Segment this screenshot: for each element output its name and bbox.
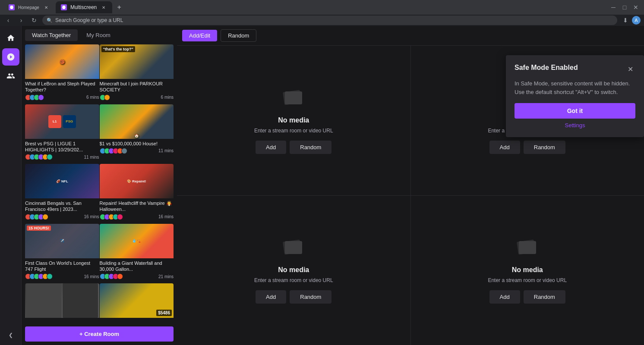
no-media-title-4: No media (512, 266, 543, 274)
video-info: First Class On World's Longest 747 Fligh… (25, 258, 99, 282)
tab-multiscreen[interactable]: Multiscreen ✕ (56, 1, 112, 13)
svg-rect-5 (285, 241, 302, 254)
no-media-subtitle-1: Enter a stream room or video URL (254, 128, 333, 134)
download-icon[interactable]: ⬇ (621, 16, 630, 25)
browser-controls: ‹ › ↻ 🔍 Search Google or type a URL ⬇ A (0, 15, 644, 26)
sidebar-collapse-button[interactable]: ❮ (2, 329, 19, 342)
list-item[interactable]: 🏈 NFL Cincinnati Bengals vs. San Francis… (25, 164, 99, 223)
video-title: Minecraft but I join PARKOUR SOCIETY (100, 81, 174, 93)
back-button[interactable]: ‹ (3, 16, 13, 25)
tab-homepage[interactable]: Homepage ✕ (3, 1, 55, 13)
panel-1-add-button[interactable]: Add (256, 141, 286, 154)
video-meta: 16 mins (25, 214, 99, 220)
viewer-icons (25, 273, 51, 279)
got-it-button[interactable]: Got it (515, 103, 635, 119)
no-media-icon-4 (515, 237, 540, 263)
video-meta: 16 mins (100, 214, 174, 220)
video-price-overlay: $5486 (156, 310, 172, 316)
video-title: Repaint! Heathcliff the Vampire 🧛 Hallow… (100, 200, 174, 213)
forward-button[interactable]: › (16, 16, 26, 25)
settings-link[interactable]: Settings (515, 122, 635, 129)
window-minimize[interactable]: ─ (609, 3, 618, 12)
video-mins: 11 mins (158, 148, 174, 153)
video-title: First Class On World's Longest 747 Fligh… (25, 260, 99, 273)
list-item[interactable]: 15 HOURS! ✈️ First Class On World's Long… (25, 224, 99, 283)
left-sidebar: ❮ (0, 26, 22, 345)
list-item[interactable]: $5486 (100, 283, 174, 320)
svg-rect-7 (519, 241, 536, 254)
video-info: $1 vs $100,000,000 House! 11 mins (100, 139, 174, 156)
list-item[interactable] (25, 283, 99, 320)
media-panel-4: No media Enter a stream room or video UR… (411, 196, 644, 345)
window-maximize[interactable]: □ (620, 3, 629, 12)
random-button-topbar[interactable]: Random (221, 29, 256, 42)
video-thumbnail (25, 283, 99, 318)
list-item[interactable]: "that's the top?" Minecraft but I join P… (100, 44, 174, 104)
create-room-button[interactable]: + Create Room (25, 326, 174, 342)
video-title: What if LeBron and Steph Played Together… (25, 81, 99, 93)
list-item[interactable]: 💧🏗️ Building a Giant Waterfall and 30,00… (100, 224, 174, 283)
video-title: Cincinnati Bengals vs. San Francisco 49e… (25, 200, 99, 213)
video-mins: 21 mins (158, 274, 174, 279)
video-meta: 11 mins (100, 148, 174, 154)
panel-1-buttons: Add Random (256, 141, 331, 154)
sidebar-item-home[interactable] (2, 29, 19, 47)
panel-2-random-button[interactable]: Random (524, 141, 565, 154)
search-icon: 🔍 (47, 18, 53, 23)
profile-icon[interactable]: A (632, 16, 641, 25)
video-thumbnail: 🏠 (100, 104, 174, 139)
video-meta: 6 mins (100, 94, 174, 100)
viewer-icons (100, 148, 126, 154)
list-item[interactable]: 🏀 What if LeBron and Steph Played Togeth… (25, 44, 99, 104)
no-media-icon-3 (281, 237, 306, 263)
no-media-title-1: No media (278, 116, 309, 124)
video-mins: 16 mins (84, 274, 99, 279)
list-item[interactable]: L1 PSG Brest vs PSG | LIGUE 1 HIGHLIGHTS… (25, 104, 99, 164)
safe-mode-close-button[interactable]: ✕ (625, 64, 635, 74)
video-meta: 11 mins (25, 154, 99, 160)
video-thumbnail: "that's the top?" (100, 44, 174, 79)
panel-4-add-button[interactable]: Add (489, 290, 520, 304)
panel-4-buttons: Add Random (489, 290, 565, 304)
panel-4-random-button[interactable]: Random (524, 290, 565, 304)
media-panel-3: No media Enter a stream room or video UR… (177, 196, 410, 345)
address-bar[interactable]: 🔍 Search Google or type a URL (42, 16, 617, 25)
tab-label-homepage: Homepage (18, 4, 39, 11)
main-topbar: Add/Edit Random (177, 26, 644, 46)
video-thumbnail: 15 HOURS! ✈️ (25, 224, 99, 258)
viewer-icons (100, 94, 108, 100)
list-item[interactable]: 🏠 $1 vs $100,000,000 House! (100, 104, 174, 164)
safe-mode-header: Safe Mode Enabled ✕ (515, 64, 635, 74)
reload-button[interactable]: ↻ (29, 16, 39, 25)
viewer-icons (25, 154, 51, 160)
window-close[interactable]: ✕ (631, 3, 641, 12)
panel-1-random-button[interactable]: Random (290, 141, 331, 154)
no-media-icon-1 (281, 87, 306, 113)
tab-my-room[interactable]: My Room (79, 29, 117, 41)
list-item[interactable]: 🎨 Repaint! Repaint! Heathcliff the Vampi… (100, 164, 174, 223)
no-media-subtitle-3: Enter a stream room or video URL (254, 277, 333, 283)
video-meta: 21 mins (100, 273, 174, 279)
video-thumbnail: 🏀 (25, 44, 99, 79)
address-text: Search Google or type a URL (55, 17, 123, 23)
tab-close-multiscreen[interactable]: ✕ (100, 4, 107, 11)
panel-2-add-button[interactable]: Add (489, 141, 520, 154)
video-mins: 16 mins (158, 214, 174, 219)
video-info: Cincinnati Bengals vs. San Francisco 49e… (25, 198, 99, 222)
panel-3-add-button[interactable]: Add (256, 290, 286, 304)
sidebar-item-browse[interactable] (2, 48, 19, 66)
media-panel-1: No media Enter a stream room or video UR… (177, 46, 410, 195)
new-tab-button[interactable]: + (113, 1, 125, 13)
video-thumbnail: L1 PSG (25, 104, 99, 139)
sidebar-item-social[interactable] (2, 67, 19, 85)
svg-rect-1 (285, 91, 302, 104)
panel-2-buttons: Add Random (489, 141, 565, 154)
viewer-icons (25, 214, 47, 220)
tab-watch-together[interactable]: Watch Together (25, 29, 78, 41)
add-edit-button[interactable]: Add/Edit (182, 30, 217, 41)
safe-mode-body: In Safe Mode, sensitive content will be … (515, 79, 635, 96)
viewer-icons (100, 273, 121, 279)
panel-3-random-button[interactable]: Random (290, 290, 331, 304)
tab-close-homepage[interactable]: ✕ (43, 4, 50, 11)
video-thumbnail: 💧🏗️ (100, 224, 174, 258)
